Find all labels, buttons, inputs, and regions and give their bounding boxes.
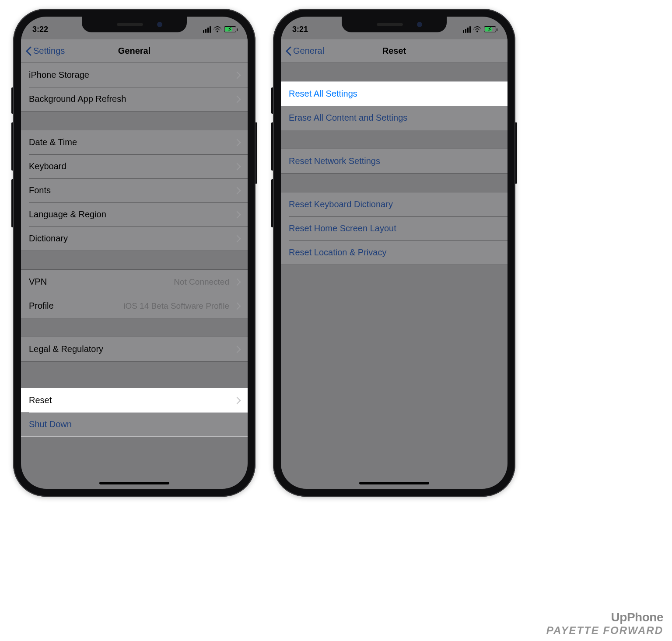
stage: 3:22 ⚡︎ Settings General iPhone Storage … <box>0 0 672 505</box>
row-label: Reset Location & Privacy <box>289 247 500 258</box>
row-date-time[interactable]: Date & Time <box>21 130 248 154</box>
notch <box>342 17 447 32</box>
battery-icon: ⚡︎ <box>224 26 236 32</box>
row-label: Date & Time <box>29 137 232 147</box>
row-label: Background App Refresh <box>29 94 232 104</box>
group-reset-network: Reset Network Settings <box>281 149 508 174</box>
battery-icon: ⚡︎ <box>484 26 496 32</box>
row-label: Reset Keyboard Dictionary <box>289 199 500 209</box>
row-background-app-refresh[interactable]: Background App Refresh <box>21 87 248 111</box>
back-label: General <box>293 46 324 56</box>
row-reset-all-settings[interactable]: Reset All Settings <box>281 82 508 106</box>
screen-reset: 3:21 ⚡︎ General Reset Reset All Settings… <box>281 17 508 489</box>
row-profile[interactable]: Profile iOS 14 Beta Software Profile <box>21 294 248 318</box>
wifi-icon <box>473 26 481 32</box>
row-reset-location-privacy[interactable]: Reset Location & Privacy <box>281 240 508 265</box>
row-label: Reset <box>29 395 232 405</box>
status-time: 3:21 <box>292 25 308 34</box>
home-indicator[interactable] <box>99 482 169 484</box>
group-storage: iPhone Storage Background App Refresh <box>21 63 248 111</box>
back-button[interactable]: General <box>285 46 324 56</box>
row-iphone-storage[interactable]: iPhone Storage <box>21 63 248 87</box>
group-legal: Legal & Regulatory <box>21 337 248 362</box>
back-label: Settings <box>33 46 65 56</box>
status-time: 3:22 <box>32 25 48 34</box>
watermark: UpPhone PAYETTE FORWARD <box>546 610 663 637</box>
row-reset[interactable]: Reset <box>21 388 248 412</box>
row-label: VPN <box>29 277 174 287</box>
row-keyboard[interactable]: Keyboard <box>21 154 248 178</box>
row-label: Reset All Settings <box>289 89 500 99</box>
home-indicator[interactable] <box>359 482 429 484</box>
row-legal-regulatory[interactable]: Legal & Regulatory <box>21 337 248 361</box>
row-label: Dictionary <box>29 233 232 244</box>
row-erase-all-content[interactable]: Erase All Content and Settings <box>281 106 508 130</box>
row-label: Shut Down <box>29 419 240 429</box>
chevron-left-icon <box>285 46 291 56</box>
phone-left: 3:22 ⚡︎ Settings General iPhone Storage … <box>13 9 256 497</box>
wifi-icon <box>214 26 221 32</box>
nav-bar: General Reset <box>281 39 508 63</box>
row-language-region[interactable]: Language & Region <box>21 202 248 226</box>
row-label: Erase All Content and Settings <box>289 113 500 123</box>
screen-general: 3:22 ⚡︎ Settings General iPhone Storage … <box>21 17 248 489</box>
phone-right: 3:21 ⚡︎ General Reset Reset All Settings… <box>273 9 515 497</box>
row-label: Legal & Regulatory <box>29 344 232 354</box>
nav-title: Reset <box>382 46 406 56</box>
row-dictionary[interactable]: Dictionary <box>21 226 248 251</box>
row-label: Reset Home Screen Layout <box>289 223 500 233</box>
nav-title: General <box>118 46 150 56</box>
nav-bar: Settings General <box>21 39 248 63</box>
row-reset-keyboard-dictionary[interactable]: Reset Keyboard Dictionary <box>281 192 508 216</box>
row-shut-down[interactable]: Shut Down <box>21 412 248 436</box>
group-locale: Date & Time Keyboard Fonts Language & Re… <box>21 130 248 251</box>
row-label: iPhone Storage <box>29 70 232 80</box>
row-reset-home-screen-layout[interactable]: Reset Home Screen Layout <box>281 216 508 240</box>
cellular-icon <box>203 26 211 33</box>
row-label: Keyboard <box>29 161 232 171</box>
row-detail: iOS 14 Beta Software Profile <box>123 301 229 311</box>
chevron-left-icon <box>25 46 32 56</box>
row-label: Profile <box>29 301 123 311</box>
cellular-icon <box>463 26 471 33</box>
row-detail: Not Connected <box>174 277 229 287</box>
row-vpn[interactable]: VPN Not Connected <box>21 270 248 294</box>
row-label: Reset Network Settings <box>289 156 500 166</box>
row-label: Fonts <box>29 185 232 195</box>
group-reset-other: Reset Keyboard Dictionary Reset Home Scr… <box>281 192 508 265</box>
group-reset-erase: Reset All Settings Erase All Content and… <box>281 81 508 130</box>
watermark-line-1: UpPhone <box>546 610 663 624</box>
row-label: Language & Region <box>29 209 232 219</box>
notch <box>82 17 187 32</box>
watermark-line-2: PAYETTE FORWARD <box>546 624 663 637</box>
group-reset: Reset Shut Down <box>21 388 248 437</box>
back-button[interactable]: Settings <box>25 46 65 56</box>
row-fonts[interactable]: Fonts <box>21 178 248 202</box>
group-vpn: VPN Not Connected Profile iOS 14 Beta So… <box>21 269 248 318</box>
row-reset-network-settings[interactable]: Reset Network Settings <box>281 149 508 173</box>
